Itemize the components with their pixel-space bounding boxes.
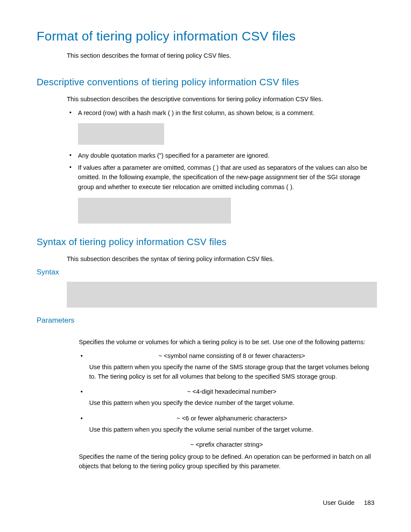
bullet-item: If values after a parameter are omitted,… bbox=[67, 163, 374, 192]
code-block-placeholder bbox=[78, 123, 164, 145]
page-footer: User Guide 183 bbox=[323, 499, 374, 506]
prefix-desc: Specifies the name of the tiering policy… bbox=[79, 452, 374, 471]
pattern-label: ~ <4-digit hexadecimal number> bbox=[89, 387, 374, 397]
section1-bullets: A record (row) with a hash mark ( ) in t… bbox=[67, 108, 374, 118]
parameters-body: Specifies the volume or volumes for whic… bbox=[79, 338, 374, 471]
section-syntax: Syntax of tiering policy information CSV… bbox=[37, 236, 374, 248]
bullet-item: Any double quotation marks (") specified… bbox=[67, 151, 374, 160]
pattern-item: ~ <symbol name consisting of 8 or fewer … bbox=[79, 352, 374, 381]
code-block-placeholder bbox=[78, 198, 231, 224]
pattern-item: ~ <6 or fewer alphanumeric characters> U… bbox=[79, 414, 374, 435]
intro-text: This section describes the format of tie… bbox=[67, 51, 374, 60]
footer-label: User Guide bbox=[323, 499, 354, 506]
bullet-item: A record (row) with a hash mark ( ) in t… bbox=[67, 108, 374, 118]
section1-intro: This subsection describes the descriptiv… bbox=[67, 95, 374, 104]
pattern-desc: Use this pattern when you specify the vo… bbox=[89, 426, 313, 433]
pattern-list: ~ <symbol name consisting of 8 or fewer … bbox=[79, 352, 374, 434]
pattern-label: ~ <symbol name consisting of 8 or fewer … bbox=[89, 352, 374, 361]
page-content: Format of tiering policy information CSV… bbox=[0, 0, 411, 488]
page-title: Format of tiering policy information CSV… bbox=[37, 29, 374, 44]
section2-intro: This subsection describes the syntax of … bbox=[67, 255, 374, 264]
page-number: 183 bbox=[364, 499, 374, 506]
pattern-desc: Use this pattern when you specify the de… bbox=[89, 399, 294, 406]
parameters-subheading: Parameters bbox=[37, 316, 374, 325]
section-descriptive-conventions: Descriptive conventions of tiering polic… bbox=[37, 77, 374, 88]
params-intro: Specifies the volume or volumes for whic… bbox=[79, 338, 374, 347]
code-block-placeholder bbox=[67, 282, 377, 308]
prefix-label: ~ <prefix character string> bbox=[79, 440, 374, 450]
pattern-label: ~ <6 or fewer alphanumeric characters> bbox=[89, 414, 374, 423]
section1-bullets-cont: Any double quotation marks (") specified… bbox=[67, 151, 374, 192]
pattern-item: ~ <4-digit hexadecimal number> Use this … bbox=[79, 387, 374, 408]
syntax-subheading: Syntax bbox=[37, 268, 374, 277]
pattern-desc: Use this pattern when you specify the na… bbox=[89, 364, 369, 380]
